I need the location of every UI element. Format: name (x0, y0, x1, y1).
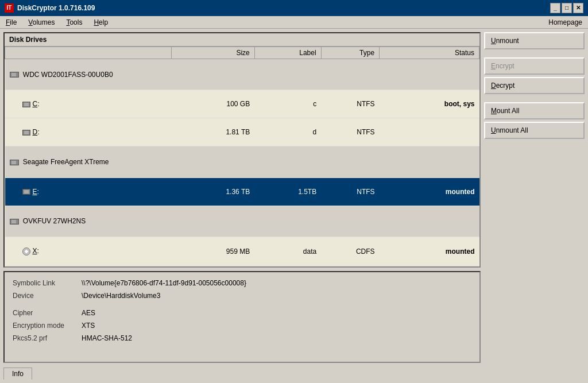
info-row: Device \Device\HarddiskVolume3 (13, 291, 471, 301)
minimize-button[interactable]: _ (550, 3, 560, 13)
main-container: Disk Drives Size Label Type Status (0, 29, 588, 383)
info-label: Pkcs5.2 prf (13, 333, 82, 343)
left-panel: Disk Drives Size Label Type Status (3, 32, 481, 380)
disk-drives-title: Disk Drives (5, 33, 479, 47)
menu-bar: File Volumes Tools Help Homepage (0, 16, 588, 29)
info-row: Encryption mode XTS (13, 320, 471, 331)
close-button[interactable]: ✕ (573, 3, 583, 13)
col-type: Type (321, 47, 379, 59)
col-label: Label (254, 47, 321, 59)
col-status: Status (380, 47, 479, 59)
table-row[interactable]: E: 1.36 TB 1.5TB NTFS mounted (5, 177, 479, 206)
table-row[interactable]: C: 100 GB c NTFS boot, sys (5, 90, 479, 118)
decrypt-button[interactable]: Decrypt (484, 77, 585, 94)
info-section: Symbolic Link \\?\Volume{e7b76806-df74-1… (3, 271, 481, 363)
unmount-button[interactable]: Unmount (484, 32, 585, 49)
right-panel: Unmount Encrypt Decrypt Mount All Unmoun… (484, 32, 585, 380)
col-size: Size (171, 47, 254, 59)
info-tab[interactable]: Info (3, 367, 32, 380)
encrypt-button[interactable]: Encrypt (484, 57, 585, 75)
window-title: DiskCryptor 1.0.716.109 (17, 4, 95, 12)
info-label: Encryption mode (13, 320, 82, 331)
menu-volumes[interactable]: Volumes (25, 17, 58, 28)
info-value: \Device\HarddiskVolume3 (82, 291, 160, 301)
menu-help[interactable]: Help (90, 17, 111, 28)
disk-drives-section: Disk Drives Size Label Type Status (3, 32, 481, 268)
info-row: Symbolic Link \\?\Volume{e7b76806-df74-1… (13, 278, 471, 288)
info-label: Cipher (13, 308, 82, 318)
disk-table: Size Label Type Status WDC WD2001FASS-00… (5, 47, 479, 266)
window-controls: _ □ ✕ (550, 3, 583, 13)
info-value: AES (82, 308, 95, 318)
disk-group-row: WDC WD2001FASS-00U0B0 (5, 59, 479, 90)
info-tab-bar: Info (3, 367, 481, 380)
info-value: XTS (82, 320, 95, 331)
info-row: Cipher AES (13, 308, 471, 318)
homepage-link[interactable]: Homepage (545, 17, 586, 28)
menu-tools[interactable]: Tools (63, 17, 86, 28)
disk-group-row: Seagate FreeAgent XTreme (5, 146, 479, 177)
col-name (5, 47, 172, 59)
info-value: \\?\Volume{e7b76806-df74-11df-9d91-00505… (82, 278, 246, 288)
unmount-all-button[interactable]: Unmount All (484, 122, 585, 139)
info-value: HMAC-SHA-512 (82, 333, 132, 343)
maximize-button[interactable]: □ (562, 3, 572, 13)
title-bar: IT DiskCryptor 1.0.716.109 _ □ ✕ (0, 0, 588, 16)
table-row[interactable]: X: 959 MB data CDFS mounted (5, 237, 479, 266)
mount-all-button[interactable]: Mount All (484, 102, 585, 119)
info-row: Pkcs5.2 prf HMAC-SHA-512 (13, 333, 471, 343)
disk-group-row: OVKFUV 27WH2NS (5, 206, 479, 237)
menu-file[interactable]: File (2, 17, 20, 28)
table-row[interactable]: D: 1.81 TB d NTFS (5, 118, 479, 146)
info-label: Symbolic Link (13, 278, 82, 288)
app-icon: IT (5, 3, 14, 13)
info-label: Device (13, 291, 82, 301)
